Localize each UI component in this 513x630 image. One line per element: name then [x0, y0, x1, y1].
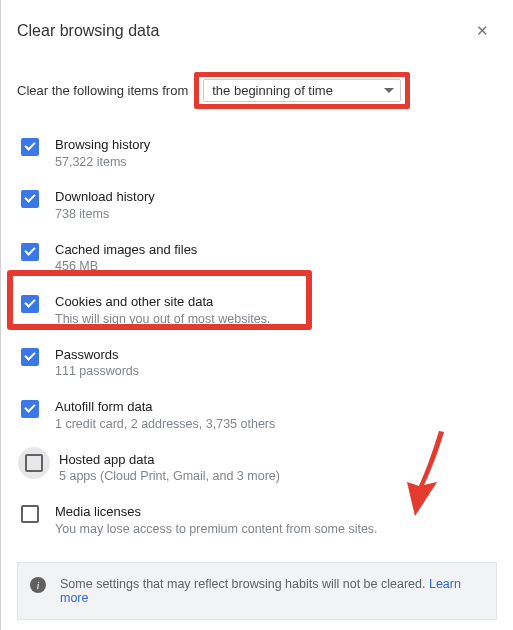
item-sub: 57,322 items	[55, 154, 150, 171]
footer-note: i Some settings that may reflect browsin…	[17, 562, 497, 620]
close-icon[interactable]: ✕	[468, 18, 497, 44]
chevron-down-icon	[384, 88, 394, 93]
checkbox-passwords[interactable]	[21, 348, 39, 366]
footer-text: Some settings that may reflect browsing …	[60, 577, 429, 591]
item-sub: 111 passwords	[55, 363, 139, 380]
item-cached-images-files[interactable]: Cached images and files 456 MB	[17, 232, 497, 284]
item-title: Cookies and other site data	[55, 293, 270, 311]
annotation-highlight-time-range: the beginning of time	[194, 72, 410, 109]
time-range-select[interactable]: the beginning of time	[203, 79, 401, 102]
checkbox-autofill[interactable]	[21, 400, 39, 418]
item-autofill[interactable]: Autofill form data 1 credit card, 2 addr…	[17, 389, 497, 441]
item-download-history[interactable]: Download history 738 items	[17, 179, 497, 231]
time-range-label: Clear the following items from	[17, 83, 188, 98]
item-sub: You may lose access to premium content f…	[55, 521, 378, 538]
item-media-licenses[interactable]: Media licenses You may lose access to pr…	[17, 494, 497, 546]
item-title: Media licenses	[55, 503, 378, 521]
item-sub: 5 apps (Cloud Print, Gmail, and 3 more)	[59, 468, 280, 485]
checkbox-media-licenses[interactable]	[21, 505, 39, 523]
clear-browsing-data-dialog: Clear browsing data ✕ Clear the followin…	[0, 0, 513, 630]
item-passwords[interactable]: Passwords 111 passwords	[17, 337, 497, 389]
title-row: Clear browsing data ✕	[17, 18, 497, 44]
footer-text-wrap: Some settings that may reflect browsing …	[60, 577, 484, 605]
item-hosted-app-data[interactable]: Hosted app data 5 apps (Cloud Print, Gma…	[17, 442, 497, 494]
time-range-row: Clear the following items from the begin…	[17, 72, 497, 109]
item-title: Passwords	[55, 346, 139, 364]
checkbox-download-history[interactable]	[21, 190, 39, 208]
info-icon: i	[30, 577, 46, 593]
item-title: Browsing history	[55, 136, 150, 154]
item-sub: 1 credit card, 2 addresses, 3,735 others	[55, 416, 275, 433]
checkbox-cookies[interactable]	[21, 295, 39, 313]
item-title: Autofill form data	[55, 398, 275, 416]
dialog-title: Clear browsing data	[17, 22, 159, 40]
checkbox-hosted-app-data[interactable]	[18, 447, 50, 479]
item-sub: This will sign you out of most websites.	[55, 311, 270, 328]
time-range-value: the beginning of time	[212, 83, 333, 98]
item-browsing-history[interactable]: Browsing history 57,322 items	[17, 127, 497, 179]
checkbox-browsing-history[interactable]	[21, 138, 39, 156]
item-sub: 456 MB	[55, 258, 197, 275]
item-cookies[interactable]: Cookies and other site data This will si…	[17, 284, 497, 336]
data-types-list: Browsing history 57,322 items Download h…	[17, 127, 497, 546]
item-title: Download history	[55, 188, 155, 206]
item-title: Cached images and files	[55, 241, 197, 259]
item-sub: 738 items	[55, 206, 155, 223]
item-title: Hosted app data	[59, 451, 280, 469]
checkbox-cached[interactable]	[21, 243, 39, 261]
